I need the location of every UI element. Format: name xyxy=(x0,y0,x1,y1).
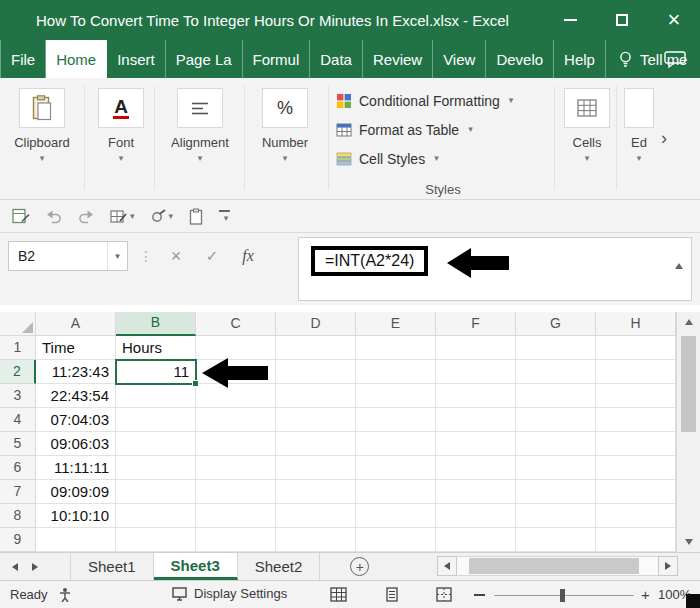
cell-C9[interactable] xyxy=(196,528,276,552)
cell-F6[interactable] xyxy=(436,456,516,480)
clipboard-tool-button[interactable] xyxy=(189,208,203,225)
number-button[interactable]: % xyxy=(262,88,308,128)
cell-C8[interactable] xyxy=(196,504,276,528)
cell-C1[interactable] xyxy=(196,336,276,360)
horizontal-scrollbar-track[interactable] xyxy=(457,556,658,576)
col-header-E[interactable]: E xyxy=(356,312,436,336)
row-header-1[interactable]: 1 xyxy=(0,336,36,360)
cell-D6[interactable] xyxy=(276,456,356,480)
cell-E4[interactable] xyxy=(356,408,436,432)
font-dropdown-icon[interactable]: ▾ xyxy=(90,154,152,163)
tab-develo[interactable]: Develo xyxy=(486,40,554,78)
row-header-6[interactable]: 6 xyxy=(0,456,36,480)
sheet-tab-sheet1[interactable]: Sheet1 xyxy=(70,553,154,580)
cell-B7[interactable] xyxy=(116,480,196,504)
cell-H9[interactable] xyxy=(596,528,676,552)
cell-F4[interactable] xyxy=(436,408,516,432)
cell-F1[interactable] xyxy=(436,336,516,360)
cell-styles-button[interactable]: Cell Styles ▾ xyxy=(336,144,550,173)
cell-E1[interactable] xyxy=(356,336,436,360)
tab-page-la[interactable]: Page La xyxy=(166,40,243,78)
tab-help[interactable]: Help xyxy=(554,40,606,78)
cell-A3[interactable]: 22:43:54 xyxy=(36,384,116,408)
tab-review[interactable]: Review xyxy=(363,40,433,78)
cell-B9[interactable] xyxy=(116,528,196,552)
format-as-table-button[interactable]: Format as Table ▾ xyxy=(336,115,550,144)
cell-B4[interactable] xyxy=(116,408,196,432)
cell-D1[interactable] xyxy=(276,336,356,360)
sheet-tab-sheet3[interactable]: Sheet3 xyxy=(154,553,238,580)
sheet-tab-sheet2[interactable]: Sheet2 xyxy=(238,553,321,580)
accessibility-icon[interactable] xyxy=(58,587,72,602)
new-sheet-button[interactable]: + xyxy=(350,557,369,576)
formula-bar-grip-icon[interactable]: ⋮ xyxy=(139,241,153,271)
more-commands-button[interactable]: ▾ xyxy=(219,210,230,223)
cell-H1[interactable] xyxy=(596,336,676,360)
cell-C4[interactable] xyxy=(196,408,276,432)
cancel-button[interactable]: × xyxy=(162,241,190,271)
col-header-A[interactable]: A xyxy=(36,312,116,336)
col-header-B[interactable]: B xyxy=(116,312,196,336)
cell-D7[interactable] xyxy=(276,480,356,504)
cell-A8[interactable]: 10:10:10 xyxy=(36,504,116,528)
cell-H4[interactable] xyxy=(596,408,676,432)
horizontal-scrollbar[interactable] xyxy=(437,556,678,576)
cell-H5[interactable] xyxy=(596,432,676,456)
minimize-button[interactable] xyxy=(544,0,596,40)
cell-B2[interactable]: 11 xyxy=(116,360,196,384)
cell-F8[interactable] xyxy=(436,504,516,528)
scroll-down-button[interactable] xyxy=(677,532,700,552)
cell-B6[interactable] xyxy=(116,456,196,480)
cell-H2[interactable] xyxy=(596,360,676,384)
conditional-formatting-button[interactable]: Conditional Formatting ▾ xyxy=(336,86,550,115)
cell-H6[interactable] xyxy=(596,456,676,480)
comment-icon[interactable] xyxy=(664,51,686,68)
tab-insert[interactable]: Insert xyxy=(107,40,166,78)
cell-F3[interactable] xyxy=(436,384,516,408)
cell-G7[interactable] xyxy=(516,480,596,504)
cell-G2[interactable] xyxy=(516,360,596,384)
undo-button[interactable] xyxy=(46,209,62,224)
cell-A5[interactable]: 09:06:03 xyxy=(36,432,116,456)
scroll-right-button[interactable] xyxy=(658,556,678,576)
cell-A2[interactable]: 11:23:43 xyxy=(36,360,116,384)
cell-H8[interactable] xyxy=(596,504,676,528)
alignment-dropdown-icon[interactable]: ▾ xyxy=(160,154,240,163)
row-header-2[interactable]: 2 xyxy=(0,360,36,384)
tab-file[interactable]: File xyxy=(0,40,46,78)
col-header-C[interactable]: C xyxy=(196,312,276,336)
cell-G6[interactable] xyxy=(516,456,596,480)
editing-button[interactable] xyxy=(624,88,654,128)
paste-button[interactable] xyxy=(19,88,65,128)
quick-access-button[interactable] xyxy=(12,208,30,224)
formula-input-area[interactable]: =INT(A2*24) xyxy=(298,237,692,301)
cell-A4[interactable]: 07:04:03 xyxy=(36,408,116,432)
row-header-7[interactable]: 7 xyxy=(0,480,36,504)
cell-E8[interactable] xyxy=(356,504,436,528)
insert-function-button[interactable]: fx xyxy=(234,241,262,271)
tab-home[interactable]: Home xyxy=(46,40,107,78)
vertical-scrollbar[interactable] xyxy=(676,312,700,552)
normal-view-button[interactable] xyxy=(330,587,347,602)
formula-input[interactable]: =INT(A2*24) xyxy=(311,246,428,276)
formula-bar-scroll-up-icon[interactable] xyxy=(675,246,683,264)
fill-handle[interactable] xyxy=(192,380,199,387)
cell-E2[interactable] xyxy=(356,360,436,384)
cell-G4[interactable] xyxy=(516,408,596,432)
cell-F9[interactable] xyxy=(436,528,516,552)
cell-D8[interactable] xyxy=(276,504,356,528)
cell-C6[interactable] xyxy=(196,456,276,480)
row-header-8[interactable]: 8 xyxy=(0,504,36,528)
previous-sheet-icon[interactable] xyxy=(12,563,18,571)
cell-G1[interactable] xyxy=(516,336,596,360)
cell-G5[interactable] xyxy=(516,432,596,456)
zoom-in-button[interactable]: + xyxy=(641,586,650,603)
page-break-view-button[interactable] xyxy=(436,587,452,602)
cell-F2[interactable] xyxy=(436,360,516,384)
cell-G3[interactable] xyxy=(516,384,596,408)
cell-G8[interactable] xyxy=(516,504,596,528)
cells-button[interactable] xyxy=(564,88,610,128)
close-button[interactable]: × xyxy=(648,0,700,40)
row-header-4[interactable]: 4 xyxy=(0,408,36,432)
cell-B5[interactable] xyxy=(116,432,196,456)
